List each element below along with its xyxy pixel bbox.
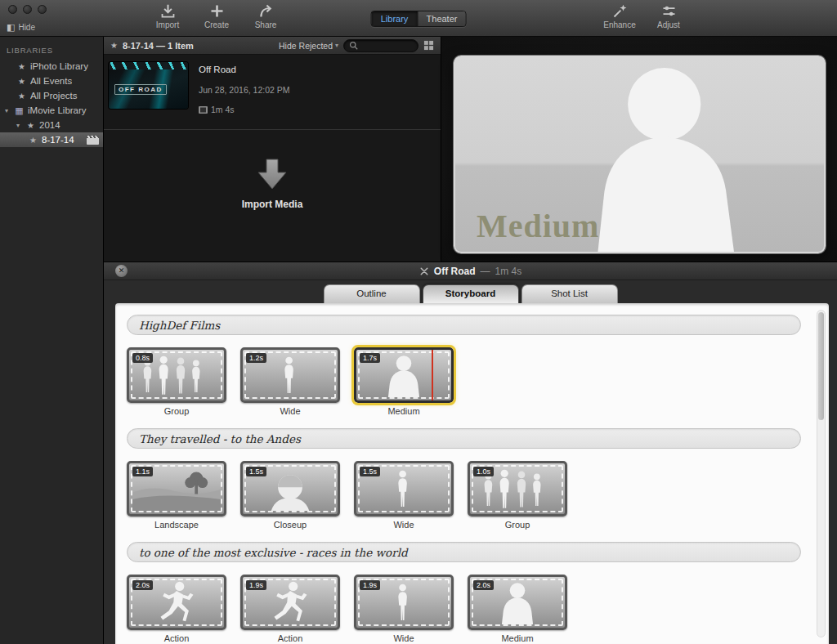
hide-rejected-dropdown[interactable]: Hide Rejected ▾: [279, 41, 338, 51]
enhance-button[interactable]: Enhance: [602, 2, 638, 29]
clip-thumbnail[interactable]: 1.5s: [354, 461, 454, 517]
storyboard-clip-group[interactable]: 1.0sGroup: [468, 461, 567, 530]
event-title: 8-17-14 — 1 Item: [123, 41, 194, 51]
chevron-down-icon: ▾: [335, 42, 338, 49]
clip-duration-badge: 2.0s: [132, 580, 153, 590]
adjust-button[interactable]: Adjust: [651, 2, 687, 29]
clip-label: Action: [164, 633, 190, 643]
sidebar-item-iphoto-library[interactable]: ★iPhoto Library: [0, 59, 103, 74]
clip-duration-badge: 0.8s: [132, 353, 153, 363]
tab-shot-list[interactable]: Shot List: [521, 284, 618, 303]
clip-duration-badge: 1.9s: [360, 580, 380, 590]
sidebar: LIBRARIES ★iPhoto Library★All Events★All…: [0, 37, 104, 644]
storyboard-placeholder-label: Medium: [477, 207, 599, 245]
storyboard-clip-action[interactable]: 1.9sAction: [240, 575, 340, 643]
storyboard-clip-group[interactable]: 0.8sGroup: [127, 347, 226, 416]
sidebar-item-imovie-library[interactable]: ▾▦iMovie Library: [0, 103, 103, 118]
close-window-button[interactable]: [8, 5, 17, 14]
libraries-header: LIBRARIES: [7, 46, 103, 55]
clip-label: Landscape: [154, 520, 199, 530]
editor-title: Off Road: [434, 266, 476, 277]
scrollbar-thumb[interactable]: [818, 312, 824, 420]
clip-duration-badge: 1.1s: [132, 467, 153, 476]
clip-thumbnail[interactable]: 2.0s: [127, 575, 226, 630]
tabs-row: OutlineStoryboardShot List: [104, 280, 837, 303]
playhead[interactable]: [432, 350, 433, 400]
disclosure-triangle-icon[interactable]: ▾: [16, 122, 24, 129]
clip-thumbnail[interactable]: 0.8s: [127, 347, 226, 403]
clip-label: Medium: [501, 633, 533, 643]
clip-thumbnail[interactable]: 2.0s: [468, 575, 567, 630]
import-button[interactable]: Import: [150, 2, 186, 29]
hide-sidebar-button[interactable]: ◧ Hide: [7, 22, 35, 33]
storyboard-clip-wide[interactable]: 1.9sWide: [354, 575, 454, 643]
minimize-window-button[interactable]: [23, 5, 32, 14]
clip-thumbnail[interactable]: 1.9s: [240, 575, 340, 630]
storyboard-sections: HighDef Films0.8sGroup1.2sWide1.7sMedium…: [127, 315, 804, 643]
storyboard-clip-row: 2.0sAction1.9sAction1.9sWide2.0sMedium: [127, 575, 804, 643]
storyboard-caption[interactable]: to one of the most exclusive - races in …: [127, 542, 801, 562]
storyboard-clip-medium[interactable]: 1.7sMedium: [354, 347, 454, 416]
disclosure-triangle-icon[interactable]: ▾: [5, 107, 12, 114]
year-star-icon: ★: [25, 121, 36, 130]
sidebar-item-all-events[interactable]: ★All Events: [0, 74, 103, 88]
clip-thumbnail[interactable]: 1.7s: [354, 347, 454, 403]
clip-thumbnail[interactable]: 1.9s: [354, 575, 454, 630]
clip-duration-badge: 1.2s: [246, 353, 266, 363]
clip-label: Wide: [393, 520, 414, 530]
plus-icon: [208, 2, 226, 20]
window-controls: [8, 5, 47, 14]
share-button[interactable]: Share: [248, 2, 284, 29]
clip-duration-badge: 1.5s: [246, 467, 266, 476]
tab-theater[interactable]: Theater: [418, 11, 466, 26]
zoom-window-button[interactable]: [38, 5, 47, 14]
clip-thumbnail-off-road[interactable]: OFF ROAD: [109, 62, 188, 109]
sidebar-item-all-projects[interactable]: ★All Projects: [0, 88, 103, 103]
clip-duration-badge: 1.9s: [246, 580, 266, 590]
media-browser: ★ 8-17-14 — 1 Item Hide Rejected ▾ OF: [104, 37, 441, 262]
tab-library[interactable]: Library: [372, 11, 418, 26]
clapper-icon: [87, 136, 99, 145]
sidebar-icon: ◧: [7, 22, 15, 33]
clip-label: Action: [278, 633, 303, 643]
tab-storyboard[interactable]: Storyboard: [423, 284, 519, 303]
storyboard-clip-row: 0.8sGroup1.2sWide1.7sMedium: [127, 347, 804, 416]
import-media-label: Import Media: [242, 199, 303, 210]
library-theater-switch: Library Theater: [371, 11, 467, 27]
clip-thumbnail[interactable]: 1.1s: [127, 461, 226, 517]
clip-label: Medium: [387, 406, 419, 416]
media-browser-header: ★ 8-17-14 — 1 Item Hide Rejected ▾: [104, 37, 441, 55]
clip-thumbnail[interactable]: 1.2s: [240, 347, 340, 403]
media-clip-row[interactable]: OFF ROAD Off Road Jun 28, 2016, 12:02 PM…: [104, 55, 441, 121]
sliders-icon: [660, 2, 678, 20]
tab-outline[interactable]: Outline: [324, 284, 420, 303]
storyboard-clip-action[interactable]: 2.0sAction: [127, 575, 226, 643]
clip-thumbnail[interactable]: 1.0s: [468, 461, 567, 517]
clip-duration: 1m 4s: [211, 105, 235, 114]
scrollbar[interactable]: [817, 310, 826, 637]
imovie-grid-icon: ▦: [14, 105, 25, 116]
divider: [104, 129, 441, 130]
import-media-dropzone[interactable]: Import Media: [104, 158, 441, 210]
clip-duration-badge: 1.5s: [360, 467, 380, 476]
clip-appearance-icon[interactable]: [423, 40, 434, 51]
clip-duration-badge: 2.0s: [473, 580, 494, 590]
storyboard-caption[interactable]: HighDef Films: [127, 315, 801, 335]
storyboard-clip-closeup[interactable]: 1.5sCloseup: [240, 461, 340, 530]
storyboard-clip-medium[interactable]: 2.0sMedium: [468, 575, 567, 643]
storyboard-clip-wide[interactable]: 1.5sWide: [354, 461, 454, 530]
storyboard-clip-landscape[interactable]: 1.1sLandscape: [127, 461, 226, 530]
sidebar-item-2014[interactable]: ▾★2014: [0, 118, 103, 132]
preview-frame[interactable]: Medium: [454, 56, 826, 253]
search-input[interactable]: [360, 40, 413, 51]
clip-thumbnail[interactable]: 1.5s: [240, 461, 340, 517]
sidebar-item-8-17-14[interactable]: ★8-17-14: [0, 132, 103, 147]
share-icon: [257, 2, 275, 20]
storyboard-clip-wide[interactable]: 1.2sWide: [240, 347, 340, 416]
search-field[interactable]: [343, 39, 418, 52]
events-star-icon: ★: [16, 77, 27, 86]
storyboard-panel: HighDef Films0.8sGroup1.2sWide1.7sMedium…: [115, 303, 829, 644]
storyboard-caption[interactable]: They travelled - to the Andes: [127, 428, 801, 449]
create-button[interactable]: Create: [199, 2, 235, 29]
import-arrow-icon: [254, 158, 290, 190]
